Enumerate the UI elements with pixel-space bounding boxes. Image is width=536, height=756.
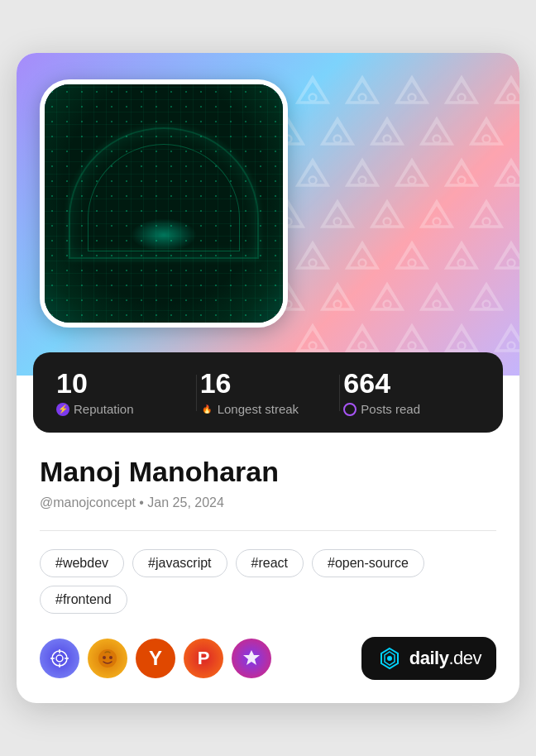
stat-posts-read: 664 Posts read [343, 369, 480, 416]
tag-javascript[interactable]: #javascript [132, 549, 227, 577]
svg-point-9 [109, 656, 112, 659]
streak-icon: 🔥 [200, 403, 213, 416]
svg-point-2 [56, 655, 63, 662]
daily-dev-icon [376, 645, 403, 672]
badge-crosshair [40, 639, 79, 678]
avatar [40, 79, 288, 328]
tag-webdev[interactable]: #webdev [40, 549, 124, 577]
reputation-icon: ⚡ [56, 403, 69, 416]
posts-read-label: Posts read [343, 402, 480, 416]
svg-point-8 [103, 656, 106, 659]
badge-ycombinator: Y [136, 639, 175, 678]
meta-separator: • [139, 495, 147, 510]
profile-card: 10 ⚡ Reputation 16 🔥 Longest streak 664 … [17, 53, 519, 702]
svg-point-0 [21, 59, 23, 61]
reputation-value: 10 [56, 369, 193, 397]
posts-read-value: 664 [343, 369, 480, 397]
tag-frontend[interactable]: #frontend [40, 586, 127, 614]
avatar-image [45, 84, 283, 323]
banner [17, 53, 519, 376]
profile-body: Manoj Manoharan @manojconcept • Jan 25, … [17, 433, 519, 702]
profile-footer: Y P [40, 637, 496, 683]
join-date: Jan 25, 2024 [147, 495, 224, 510]
daily-logo-text: daily.dev [409, 648, 481, 669]
stat-divider-2 [339, 375, 340, 411]
svg-point-10 [387, 656, 392, 661]
streak-label: 🔥 Longest streak [200, 402, 337, 416]
profile-name: Manoj Manoharan [40, 456, 496, 488]
username: @manojconcept [40, 495, 136, 510]
stat-reputation: 10 ⚡ Reputation [56, 369, 193, 416]
reputation-label: ⚡ Reputation [56, 402, 193, 416]
posts-read-icon [343, 403, 357, 416]
streak-value: 16 [200, 369, 337, 397]
tags-container: #webdev #javascript #react #open-source … [40, 549, 496, 614]
tag-open-source[interactable]: #open-source [312, 549, 424, 577]
badge-face [88, 639, 127, 678]
divider [40, 530, 496, 531]
stats-bar: 10 ⚡ Reputation 16 🔥 Longest streak 664 … [33, 352, 503, 433]
tag-react[interactable]: #react [236, 549, 304, 577]
badges-container: Y P [40, 639, 271, 678]
stat-streak: 16 🔥 Longest streak [200, 369, 337, 416]
daily-dev-logo: daily.dev [361, 637, 496, 680]
stat-divider-1 [196, 375, 197, 411]
badge-product-hunt: P [184, 639, 223, 678]
profile-meta: @manojconcept • Jan 25, 2024 [40, 495, 496, 510]
badge-ninja [232, 639, 271, 678]
